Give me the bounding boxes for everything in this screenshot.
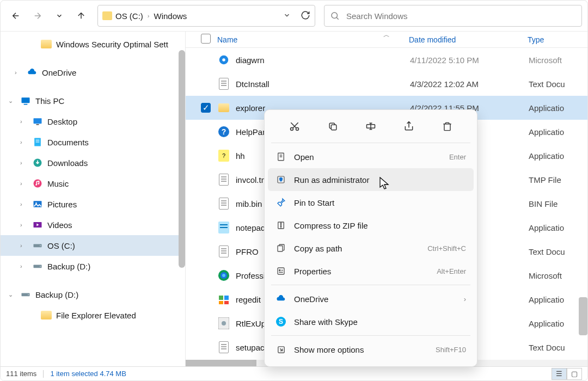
context-item[interactable]: PropertiesAlt+Enter — [268, 260, 474, 282]
nav-back-button[interactable] — [6, 6, 26, 26]
sidebar-item-label: File Explorer Elevated — [56, 311, 136, 320]
column-header-name[interactable]: Name — [217, 35, 409, 44]
file-icon — [217, 245, 230, 258]
toolbar: OS (C:) › Windows — [1, 1, 587, 31]
svg-rect-46 — [278, 246, 283, 252]
context-item-label: Copy as path — [294, 244, 420, 253]
sidebar-item[interactable]: ›OneDrive — [1, 62, 185, 83]
context-item[interactable]: Run as administrator — [268, 168, 474, 191]
file-type: Applicatio — [529, 103, 587, 113]
expand-icon[interactable]: › — [15, 69, 22, 76]
file-row[interactable]: DtcInstall4/3/2022 12:02 AMText Docu — [186, 72, 587, 96]
breadcrumb-segment[interactable]: OS (C:) — [115, 11, 143, 21]
copy-button[interactable] — [323, 118, 342, 135]
sidebar-item[interactable]: ›Videos — [1, 214, 185, 235]
svg-rect-28 — [220, 224, 228, 225]
file-name: DtcInstall — [236, 79, 410, 89]
expand-icon[interactable]: › — [20, 201, 28, 207]
file-icon — [217, 317, 230, 330]
props-icon — [275, 266, 286, 276]
context-item-shortcut: Ctrl+Shift+C — [427, 244, 466, 253]
sidebar-item[interactable]: ›Backup (D:) — [1, 256, 185, 276]
sidebar-item[interactable]: File Explorer Elevated — [1, 305, 185, 325]
sidebar-item-label: Windows Security Optimal Sett — [56, 40, 168, 49]
svg-rect-29 — [220, 227, 228, 228]
view-thumbnails-button[interactable]: ▢ — [567, 368, 582, 380]
file-name: diagwrn — [236, 56, 410, 65]
file-type: Applicatio — [529, 151, 587, 161]
sidebar-item[interactable]: ⌄Backup (D:) — [1, 284, 185, 305]
sidebar-item[interactable]: ⌄This PC — [1, 90, 185, 111]
collapse-ribbon-button[interactable]: ︿ — [383, 32, 390, 40]
context-item[interactable]: OpenEnter — [268, 145, 474, 168]
context-item-label: Share with Skype — [294, 317, 458, 327]
context-item-show-more[interactable]: Show more options Shift+F10 — [268, 338, 474, 361]
sidebar-item-label: Backup (D:) — [47, 262, 90, 271]
desktop-icon — [32, 116, 43, 127]
svg-point-9 — [34, 180, 42, 188]
drive-icon — [32, 240, 43, 251]
file-date: 4/3/2022 12:02 AM — [410, 79, 529, 89]
delete-button[interactable] — [437, 118, 457, 135]
file-row[interactable]: diagwrn4/11/2022 5:10 PMMicrosoft — [186, 48, 587, 72]
file-type: Microsoft — [529, 56, 587, 65]
context-item-label: Compress to ZIP file — [294, 221, 458, 230]
rename-button[interactable] — [361, 118, 381, 135]
svg-point-22 — [222, 58, 225, 62]
svg-text:S: S — [279, 318, 283, 325]
sidebar-item[interactable]: ›OS (C:) — [1, 235, 185, 256]
drive-icon — [32, 261, 43, 272]
nav-recent-button[interactable] — [50, 6, 69, 26]
status-item-count: 111 items — [6, 370, 36, 378]
svg-rect-47 — [278, 268, 284, 274]
expand-icon[interactable]: › — [20, 222, 28, 228]
file-icon — [217, 173, 230, 186]
address-dropdown-button[interactable] — [283, 11, 291, 21]
sidebar-item[interactable]: ›Desktop — [1, 111, 185, 132]
expand-icon[interactable]: ⌄ — [8, 291, 16, 298]
file-type: Microsoft — [529, 271, 587, 280]
svg-point-10 — [35, 184, 37, 186]
nav-forward-button[interactable] — [28, 6, 47, 26]
context-item[interactable]: Compress to ZIP file — [268, 214, 474, 237]
sidebar-item[interactable]: Windows Security Optimal Sett — [1, 34, 185, 54]
expand-icon[interactable]: › — [20, 118, 28, 125]
sidebar-item[interactable]: ›Pictures — [1, 194, 185, 214]
search-input[interactable] — [345, 11, 576, 21]
svg-rect-7 — [36, 142, 40, 142]
sidebar-item[interactable]: ›Documents — [1, 132, 185, 152]
search-box[interactable] — [324, 5, 582, 27]
nav-up-button[interactable] — [71, 6, 91, 26]
context-item[interactable]: SShare with Skype — [268, 310, 474, 333]
expand-icon[interactable]: › — [20, 180, 28, 187]
view-details-button[interactable]: ☰ — [552, 368, 567, 380]
svg-point-40 — [296, 128, 299, 131]
expand-icon[interactable]: › — [20, 263, 28, 269]
context-item[interactable]: Pin to Start — [268, 191, 474, 214]
context-item-shortcut: Alt+Enter — [437, 267, 466, 275]
context-item[interactable]: OneDrive› — [268, 287, 474, 310]
row-checkbox[interactable]: ✓ — [201, 103, 211, 113]
select-all-checkbox[interactable] — [201, 34, 211, 44]
sidebar-item[interactable]: ›Downloads — [1, 152, 185, 173]
share-button[interactable] — [399, 118, 419, 135]
column-header-type[interactable]: Type — [528, 35, 587, 44]
context-item[interactable]: Copy as pathCtrl+Shift+C — [268, 237, 474, 260]
expand-icon[interactable]: ⌄ — [8, 97, 16, 105]
column-header-date[interactable]: Date modified — [409, 35, 528, 44]
refresh-button[interactable] — [301, 10, 310, 22]
expand-icon[interactable]: › — [20, 159, 28, 166]
file-type: Text Docu — [529, 343, 587, 352]
expand-icon[interactable]: › — [20, 242, 28, 249]
address-bar[interactable]: OS (C:) › Windows — [97, 5, 315, 27]
sidebar-scrollbar[interactable] — [179, 50, 185, 268]
sidebar-item[interactable]: ›Music — [1, 173, 185, 194]
expand-icon[interactable]: › — [20, 139, 28, 145]
cut-button[interactable] — [285, 118, 304, 135]
file-type: BIN File — [529, 199, 587, 208]
breadcrumb-segment[interactable]: Windows — [154, 11, 187, 21]
breadcrumb[interactable]: OS (C:) › Windows — [115, 11, 196, 21]
vertical-scrollbar-thumb[interactable] — [579, 297, 587, 335]
svg-rect-36 — [224, 301, 229, 304]
context-item-label: Open — [294, 152, 442, 162]
